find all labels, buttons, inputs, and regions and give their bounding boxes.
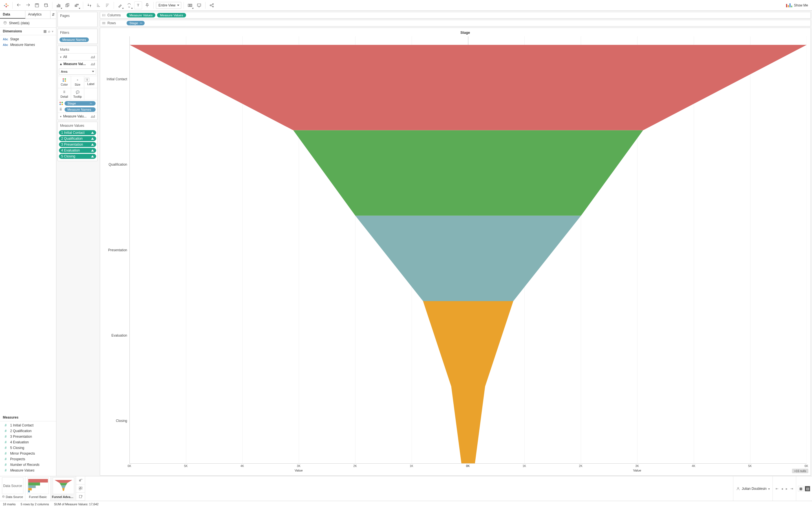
measure-field[interactable]: #5 Closing [2, 445, 54, 451]
new-worksheet-button[interactable] [76, 476, 85, 485]
measures-list: #1 Initial Contact #2 Qualification #3 P… [0, 421, 56, 476]
filters-shelf[interactable]: Filters Measure Names [57, 29, 98, 44]
svg-rect-8 [35, 4, 39, 7]
new-datasource-icon[interactable] [42, 1, 50, 9]
mv-pill[interactable]: 4 Evaluation [59, 148, 96, 153]
fit-selector[interactable]: Entire View [156, 2, 181, 9]
rows-shelf[interactable]: Rows Stage [100, 20, 811, 26]
show-cards-icon[interactable] [186, 1, 194, 9]
sheet-tab-funnel-advanced[interactable]: Funnel Advan... [51, 476, 76, 501]
mark-assign-stage[interactable]: Stage [58, 100, 97, 107]
column-pill[interactable]: Measure Values [157, 13, 186, 17]
measure-field[interactable]: #Mirror Prospects [2, 451, 54, 456]
datasource-row[interactable]: Sheet1 (data) [0, 19, 56, 27]
marks-type-select[interactable]: Area [59, 68, 96, 75]
save-icon[interactable] [33, 1, 41, 9]
mark-assign-measurenames[interactable]: ⠿ Measure Names [58, 107, 97, 113]
svg-rect-14 [58, 4, 59, 7]
svg-line-30 [211, 5, 213, 6]
group-icon[interactable] [125, 1, 133, 9]
marks-label-button[interactable]: TLabel [84, 76, 97, 88]
plot-area[interactable] [130, 36, 807, 464]
svg-rect-19 [77, 4, 77, 6]
tableau-logo-icon[interactable] [2, 1, 10, 9]
new-story-button[interactable] [76, 493, 85, 501]
mv-pill[interactable]: 1 Initial Contact [59, 130, 96, 135]
svg-rect-24 [191, 4, 192, 6]
mv-pill[interactable]: 5 Closing [59, 154, 96, 159]
svg-marker-57 [451, 386, 485, 463]
marks-size-button[interactable]: Size [71, 76, 84, 88]
nav-last-icon[interactable]: ⇥ [789, 486, 794, 491]
measure-field[interactable]: #Number of Records [2, 462, 54, 467]
column-pill[interactable]: Measure Values [126, 13, 155, 17]
duplicate-sheet-icon[interactable] [64, 1, 71, 9]
svg-rect-63 [28, 490, 30, 492]
sheet-tab-funnel-basic[interactable]: Funnel Basic [26, 476, 51, 501]
measure-field[interactable]: #Prospects [2, 456, 54, 462]
dimension-field[interactable]: AbcStage [2, 36, 54, 42]
view-as-list-icon[interactable]: ▦ [43, 29, 47, 33]
pin-icon[interactable] [143, 1, 151, 9]
sheet-tab-datasource[interactable]: Data Source Data Source [0, 476, 26, 501]
undo-icon[interactable] [15, 1, 23, 9]
show-me-button[interactable]: Show Me [784, 2, 810, 8]
measure-field[interactable]: #1 Initial Contact [2, 422, 54, 428]
columns-shelf[interactable]: Columns Measure Values Measure Values [100, 12, 811, 18]
mv-pill[interactable]: 3 Presentation [59, 142, 96, 147]
presentation-icon[interactable] [195, 1, 203, 9]
user-menu[interactable]: Julian Doublesin [733, 476, 772, 501]
share-icon[interactable] [208, 1, 216, 9]
null-indicator[interactable]: >16 nulls [792, 469, 808, 473]
highlight-icon[interactable] [116, 1, 124, 9]
svg-marker-66 [61, 485, 66, 488]
sort-asc-icon[interactable] [94, 1, 102, 9]
new-worksheet-icon[interactable] [55, 1, 63, 9]
svg-rect-25 [197, 4, 201, 6]
swap-pane-icon[interactable]: ⇵ [50, 11, 56, 18]
mv-pill[interactable]: 2 Qualification [59, 136, 96, 141]
nav-prev-icon[interactable]: ◂ [780, 486, 784, 491]
marks-detail-button[interactable]: ⠿Detail [58, 88, 71, 100]
svg-point-58 [3, 496, 4, 497]
svg-rect-72 [79, 487, 80, 489]
marks-all-row[interactable]: All [58, 53, 97, 60]
row-pill[interactable]: Stage [126, 21, 145, 25]
labels-icon[interactable]: T [134, 1, 142, 9]
tab-analytics[interactable]: Analytics [26, 11, 51, 18]
measure-field[interactable]: #3 Presentation [2, 434, 54, 439]
tab-view-icon[interactable]: ▤ [805, 486, 810, 492]
sort-desc-icon[interactable] [103, 1, 111, 9]
pages-shelf[interactable]: Pages [57, 12, 98, 27]
swap-icon[interactable] [86, 1, 93, 9]
svg-rect-60 [28, 483, 40, 486]
viz-area: Columns Measure Values Measure Values Ro… [99, 11, 812, 476]
clear-sheet-icon[interactable] [73, 1, 81, 9]
measures-header: Measures [0, 414, 56, 421]
measure-field[interactable]: #4 Evaluation [2, 439, 54, 445]
filter-pill[interactable]: Measure Names [59, 38, 89, 42]
search-field-icon[interactable]: ⌕ [48, 29, 50, 33]
status-bar: 18 marks 5 rows by 2 columns SUM of Meas… [0, 501, 812, 507]
tab-data[interactable]: Data [0, 11, 26, 18]
redo-icon[interactable] [24, 1, 32, 9]
shelf-column: Pages Filters Measure Names Marks All ▴M… [56, 11, 99, 476]
svg-rect-68 [79, 480, 80, 482]
marks-tooltip-button[interactable]: 💬Tooltip [71, 88, 84, 100]
dimension-field[interactable]: AbcMeasure Names [2, 42, 54, 48]
marks-mv2-row[interactable]: Measure Valu... [58, 113, 97, 120]
dimensions-header: Dimensions ▦ ⌕ [0, 27, 56, 35]
measure-field[interactable]: #2 Qualification [2, 428, 54, 434]
measure-field[interactable]: #Measure Values [2, 467, 54, 473]
svg-rect-15 [59, 4, 60, 7]
marks-color-button[interactable]: Color [58, 76, 71, 88]
status-sum: SUM of Measure Values: 17,642 [54, 503, 99, 506]
dimensions-menu-icon[interactable] [52, 29, 53, 33]
status-marks: 18 marks [3, 503, 15, 506]
nav-next-icon[interactable]: ▸ [784, 486, 789, 491]
chart-canvas: Stage Initial Contact Qualification Pres… [100, 27, 811, 476]
filmstrip-view-icon[interactable]: ▦ [798, 486, 804, 492]
nav-first-icon[interactable]: ⇤ [774, 486, 779, 491]
new-dashboard-button[interactable] [76, 485, 85, 493]
marks-mv-row[interactable]: ▴Measure Val... [58, 60, 97, 67]
